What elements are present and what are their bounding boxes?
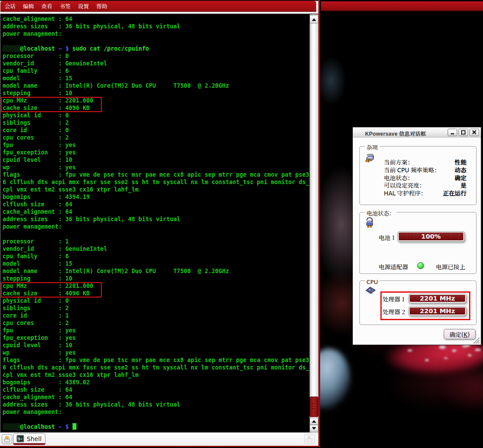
menu-item-1[interactable]: 会话 — [1, 2, 19, 10]
close-session-icon — [306, 435, 314, 443]
terminal-menubar: 会话编辑查看书签设置帮助 — [0, 1, 316, 12]
new-session-icon — [3, 435, 11, 443]
maximize-icon — [461, 130, 466, 135]
misc-row-4: 可以设定亮度：是 — [384, 181, 466, 189]
menu-item-6[interactable]: 帮助 — [93, 2, 111, 10]
movie-speckle — [439, 345, 446, 349]
terminal-tabbar: $ » Shell — [0, 432, 318, 446]
battery-percent: 100% — [398, 233, 464, 240]
misc-row-value: 正在运行 — [443, 188, 466, 197]
menu-item-2[interactable]: 编辑 — [19, 2, 38, 10]
movie-fade — [320, 406, 483, 448]
resize-grip[interactable] — [473, 337, 480, 344]
minimize-icon — [450, 130, 455, 135]
minimize-button[interactable] — [448, 129, 457, 136]
dialog-body: 杂项 当前方案：性能当前 CPU 频率策略：动态电池状态：确定可以设定亮度：是H… — [353, 138, 481, 345]
misc-row-5: HAL 守护程序：正在运行 — [384, 189, 466, 197]
close-session-button[interactable] — [304, 434, 315, 444]
terminal-bottom-border — [0, 446, 320, 447]
movie-speckle — [452, 349, 456, 352]
battery-plug-icon — [366, 217, 374, 228]
group-misc-label: 杂项 — [365, 143, 380, 151]
movie-speckle — [425, 359, 429, 361]
scroll-down-button[interactable] — [310, 425, 318, 432]
plug-icon — [366, 153, 375, 162]
group-misc: 杂项 当前方案：性能当前 CPU 频率策略：动态电池状态：确定可以设定亮度：是H… — [359, 146, 476, 205]
svg-text:$: $ — [18, 437, 20, 441]
tab-shell-label: Shell — [27, 435, 41, 442]
battery-progressbar: 100% — [397, 231, 465, 242]
group-battery: 电池状态： 电池 1 100% 电源适配器 电源已接上 — [359, 212, 476, 274]
cpu-chip-icon — [366, 287, 376, 295]
adapter-label: 电源适配器 — [379, 262, 408, 271]
misc-row-1: 当前方案：性能 — [384, 158, 466, 166]
scrollbar-grip-dots — [312, 404, 316, 410]
adapter-led-green — [417, 262, 424, 269]
close-button[interactable] — [469, 129, 479, 136]
movie-speckle — [407, 349, 412, 352]
terminal-right-border — [318, 0, 320, 447]
dialog-titlebar[interactable]: KPowersave 信息对话框 — [353, 127, 481, 137]
close-icon — [472, 130, 477, 135]
group-battery-label: 电池状态： — [365, 209, 397, 217]
terminal-scrollbar[interactable] — [310, 14, 318, 432]
movie-speckle — [444, 357, 448, 359]
misc-row-3: 电池状态：确定 — [384, 174, 466, 181]
terminal-icon: $ » — [17, 435, 24, 442]
terminal-screen[interactable]: cache_alignment : 64 address sizes : 36 … — [0, 14, 318, 432]
battery-1-label: 电池 1 — [379, 233, 395, 242]
movie-speckle — [475, 349, 481, 351]
group-cpu-label: CPU — [365, 277, 380, 286]
menu-item-3[interactable]: 查看 — [38, 2, 56, 10]
dialog-title: KPowersave 信息对话框 — [365, 130, 426, 137]
kpowersave-dialog: KPowersave 信息对话框 杂项 — [352, 127, 481, 345]
terminal-cursor — [72, 423, 76, 430]
misc-row-label: HAL 守护程序： — [384, 188, 427, 197]
ok-button[interactable]: 确定(K) — [444, 329, 476, 339]
annotation-box-cpu1 — [1, 282, 102, 298]
terminal-output: cache_alignment : 64 address sizes : 36 … — [3, 15, 309, 431]
misc-row-2: 当前 CPU 频率策略：动态 — [384, 166, 466, 174]
annotation-box-dialog-cpu — [380, 291, 470, 320]
screen: 会话编辑查看书签设置帮助 cache_alignment : 64 addres… — [0, 0, 483, 448]
scrollbar-thumb[interactable] — [310, 397, 318, 417]
tab-shell[interactable]: $ » Shell — [13, 433, 45, 444]
scroll-up-button-bottom[interactable] — [310, 418, 318, 425]
scroll-up-button[interactable] — [310, 15, 318, 24]
menu-item-5[interactable]: 设置 — [74, 2, 93, 10]
background-red-bar — [321, 1, 483, 11]
new-session-button[interactable] — [2, 434, 12, 444]
maximize-button[interactable] — [459, 129, 468, 136]
svg-text:»: » — [21, 437, 23, 441]
ok-button-label: 确定(K) — [449, 330, 469, 339]
movie-speckle — [468, 354, 472, 356]
tab-active-underline — [13, 443, 45, 445]
terminal-window: 会话编辑查看书签设置帮助 cache_alignment : 64 addres… — [0, 0, 320, 447]
annotation-box-cpu0 — [1, 97, 102, 112]
adapter-status: 电源已接上 — [436, 262, 466, 271]
menu-item-4[interactable]: 书签 — [56, 2, 74, 10]
misc-rows: 当前方案：性能当前 CPU 频率策略：动态电池状态：确定可以设定亮度：是HAL … — [384, 158, 466, 197]
